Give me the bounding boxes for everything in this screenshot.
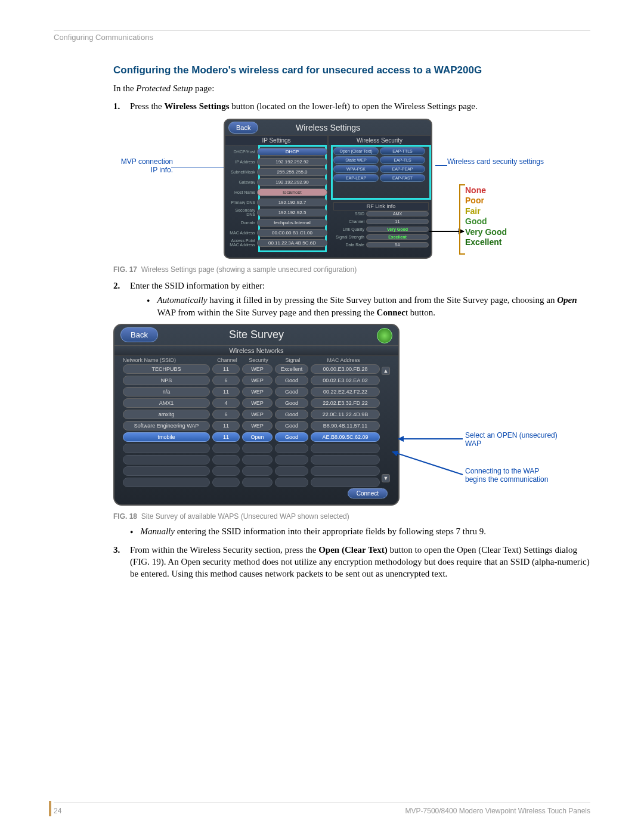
ip-row: Domaintechpubs.Internal — [228, 218, 327, 227]
network-row[interactable]: amxitg6WEPGood22.0C.11.22.4D.9B — [123, 410, 390, 419]
intro-line: In the Protected Setup page: — [113, 82, 590, 94]
network-row[interactable]: Software Engineering WAP11WEPGoodB8.90.4… — [123, 421, 390, 431]
annotation-security: Wireless card security settings — [447, 157, 549, 166]
rf-value: Very Good — [366, 227, 429, 232]
site-survey-panel: Back Site Survey Wireless Networks Netwo… — [113, 324, 400, 506]
security-option-button[interactable]: EAP-FAST — [380, 174, 425, 182]
ip-value[interactable]: 255.255.255.0 — [257, 168, 327, 176]
network-row-empty — [123, 455, 390, 465]
security-option-button[interactable]: EAP-TTLS — [380, 147, 425, 155]
annotation-ip-info: MVP connection IP info. — [113, 157, 173, 174]
ip-value[interactable]: 192.192.292.92 — [257, 158, 327, 166]
footer-accent — [49, 801, 51, 816]
home-icon[interactable] — [377, 328, 392, 343]
network-row[interactable]: n/a11WEPGood00.22.E2.42.F2.22 — [123, 387, 390, 397]
scroll-up-icon[interactable]: ▲ — [382, 367, 390, 375]
wireless-settings-panel: Back Wireless Settings IP Settings Wirel… — [224, 119, 432, 259]
rf-link-info-header: RF Link Info — [333, 202, 429, 210]
ip-value[interactable]: 00.11.22.3A.4B.5C.6D — [257, 239, 327, 247]
figure-18: Back Site Survey Wireless Networks Netwo… — [113, 324, 590, 509]
header-section: Configuring Communications — [54, 33, 590, 42]
rf-value: 54 — [366, 242, 429, 247]
security-option-button[interactable]: Open (Clear Text) — [333, 147, 379, 155]
network-row-empty — [123, 444, 390, 453]
annotation-line — [171, 168, 224, 168]
figure-17-caption: FIG. 17 Wireless Settings page (showing … — [113, 265, 590, 274]
ip-row: Access Point MAC Address00.11.22.3A.4B.5… — [228, 239, 327, 247]
step-3: 3. From within the Wireless Security sec… — [113, 544, 590, 580]
arrow-icon — [398, 438, 463, 439]
wireless-networks-header: Wireless Networks — [114, 345, 398, 356]
ip-row: Gateway192.192.292.90 — [228, 178, 327, 187]
figure-18-caption: FIG. 18 Site Survey of available WAPS (U… — [113, 512, 590, 521]
ip-value[interactable]: 192.192.292.90 — [257, 178, 327, 186]
ip-row: Host Namelocalhost — [228, 188, 327, 197]
rf-value: Excellent — [366, 234, 429, 240]
network-row[interactable]: TECHPUBS11WEPExcellent00.00.E3.00.FB.28 — [123, 364, 390, 374]
network-row-empty — [123, 466, 390, 476]
security-option-button[interactable]: Static WEP — [333, 156, 379, 164]
arrow-icon — [392, 451, 463, 475]
annotation-connecting: Connecting to the WAP begins the communi… — [465, 467, 561, 484]
step-2: 2. Enter the SSID information by either:… — [113, 280, 590, 319]
ip-row: MAC Address00.C0.00.B1.C1.00 — [228, 228, 327, 237]
rf-row: Link QualityVery Good — [333, 226, 429, 233]
rf-value: 11 — [366, 219, 429, 224]
security-option-button[interactable]: EAP-LEAP — [333, 174, 379, 182]
footer-title: MVP-7500/8400 Modero Viewpoint Wireless … — [405, 807, 590, 815]
scroll-down-icon[interactable]: ▼ — [382, 474, 390, 482]
page-footer: 24 MVP-7500/8400 Modero Viewpoint Wirele… — [54, 803, 590, 815]
quality-scale: None Poor Fair Good Very Good Excellent — [465, 185, 507, 248]
ip-row: Primary DNS192.192.92.7 — [228, 198, 327, 207]
step-1: 1. Press the Wireless Settings button (l… — [113, 100, 590, 112]
tab-ip-settings[interactable]: IP Settings — [225, 135, 328, 145]
back-button[interactable]: Back — [228, 122, 258, 134]
ip-value[interactable]: DHCP — [257, 148, 327, 156]
ip-row: IP Address192.192.292.92 — [228, 157, 327, 166]
annotation-line — [435, 165, 447, 166]
ip-value[interactable]: 192.192.92.5 — [257, 209, 327, 216]
rf-row: Data Rate54 — [333, 241, 429, 249]
figure-17: MVP connection IP info. Wireless card se… — [113, 119, 590, 262]
ip-row: Subnet/Mask255.255.255.0 — [228, 168, 327, 176]
security-option-button[interactable]: WPA-PSK — [333, 165, 379, 173]
security-option-button[interactable]: EAP-PEAP — [380, 165, 425, 173]
bracket-icon — [459, 184, 465, 255]
ip-value[interactable]: techpubs.Internal — [257, 219, 327, 227]
rf-row: SSIDAMX — [333, 210, 429, 218]
network-row[interactable]: NPS6WEPGood00.02.E3.02.EA.02 — [123, 376, 390, 385]
security-option-button[interactable]: EAP-TLS — [380, 156, 425, 164]
ip-row: Secondary DNS192.192.92.5 — [228, 208, 327, 217]
page-number: 24 — [54, 807, 61, 815]
ip-value[interactable]: 192.192.92.7 — [257, 199, 327, 206]
rf-row: Channel11 — [333, 218, 429, 225]
bullet-manual: Manually entering the SSID information i… — [130, 525, 590, 538]
ip-row: DHCP/HostDHCP — [228, 147, 327, 156]
connect-button[interactable]: Connect — [348, 488, 388, 498]
annotation-select-open: Select an OPEN (unsecured) WAP — [465, 431, 561, 448]
ip-value[interactable]: 00.C0.00.B1.C1.00 — [257, 229, 327, 237]
bullet-auto: Automatically having it filled in by pre… — [147, 294, 590, 319]
network-row-empty — [123, 478, 390, 487]
ip-value[interactable]: localhost — [257, 188, 327, 196]
tab-wireless-security[interactable]: Wireless Security — [328, 135, 431, 145]
section-title: Configuring the Modero's wireless card f… — [113, 64, 590, 76]
network-row[interactable]: tmobile11OpenGoodAE.B8.09.5C.62.09 — [123, 432, 390, 442]
back-button[interactable]: Back — [120, 327, 158, 342]
network-row[interactable]: AMX14WEPGood22.02.E3.32.FD.22 — [123, 398, 390, 408]
rf-value: AMX — [366, 211, 429, 216]
rf-row: Signal StrengthExcellent — [333, 234, 429, 241]
table-header: Network Name (SSID) Channel Security Sig… — [114, 356, 398, 364]
